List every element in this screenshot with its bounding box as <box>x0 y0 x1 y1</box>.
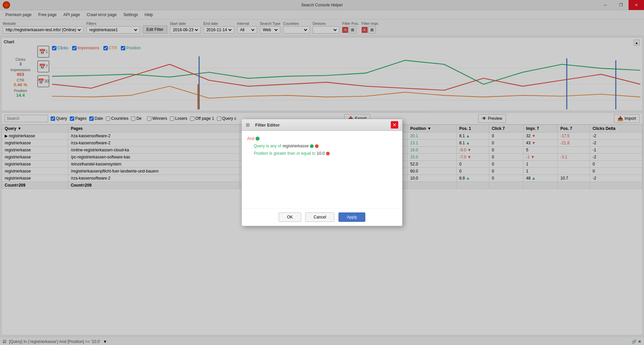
modal-close-button[interactable]: ✕ <box>391 121 398 129</box>
rule1-value: registrierkasse <box>282 144 309 148</box>
filter-editor-icon: ⊞ <box>246 121 253 129</box>
modal-overlay: ⊞ Filter Editor ✕ And Query Is any of re… <box>0 0 644 345</box>
ok-button[interactable]: OK <box>279 212 301 222</box>
rule1-add-icon[interactable] <box>310 144 314 148</box>
modal-header: ⊞ Filter Editor ✕ <box>242 119 402 131</box>
rule2-value: 10.0 <box>317 151 324 156</box>
rule2-remove-icon[interactable] <box>326 152 330 155</box>
modal-body: And Query Is any of registrierkasse Posi… <box>242 131 402 208</box>
apply-button[interactable]: Apply <box>338 212 365 222</box>
rule1-text: Query Is any of <box>254 144 281 148</box>
rule2-text: Position Is greater than or equal to <box>254 151 315 156</box>
add-condition-icon[interactable] <box>256 137 260 141</box>
and-label: And <box>247 136 254 141</box>
rule1-remove-icon[interactable] <box>315 144 319 148</box>
modal-title: Filter Editor <box>255 122 280 128</box>
filter-rule-2: Position Is greater than or equal to 10.… <box>254 151 397 156</box>
filter-editor-modal: ⊞ Filter Editor ✕ And Query Is any of re… <box>241 119 403 226</box>
filter-rule-1: Query Is any of registrierkasse <box>254 144 397 148</box>
modal-footer: OK Cancel Apply <box>242 208 402 226</box>
cancel-button[interactable]: Cancel <box>305 212 334 222</box>
filter-and-row: And <box>247 136 397 141</box>
